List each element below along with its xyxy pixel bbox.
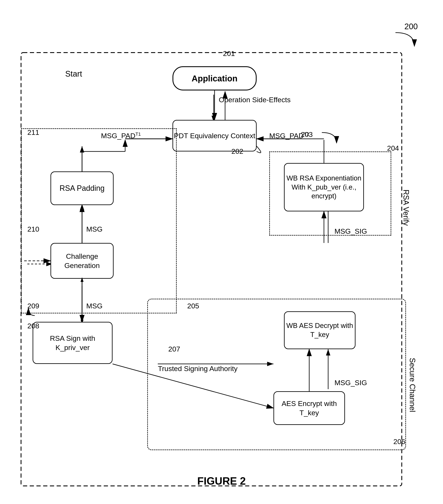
application-box: Application — [173, 66, 257, 90]
ref-201: 201 — [223, 49, 235, 58]
ref-208: 208 — [27, 322, 39, 330]
trusted-signing-label: Trusted Signing Authority — [156, 364, 240, 373]
msg-pad-t2-label: MSG_PADT2 — [269, 131, 309, 140]
rsa-sign-box: RSA Sign with K_priv_ver — [33, 322, 113, 364]
msg-label-1: MSG — [86, 225, 103, 233]
figure-caption: FIGURE 2 — [0, 475, 443, 487]
rsa-verify-box — [269, 151, 391, 235]
t1-sup: T1 — [136, 131, 141, 137]
ref-211: 211 — [27, 128, 39, 137]
diagram-container: Application PDT Equivalency Context RSA … — [0, 0, 443, 504]
msg-pad-t1-label: MSG_PADT1 — [101, 131, 141, 140]
msg-sig-label-1: MSG_SIG — [335, 227, 367, 235]
pdt-box: PDT Equivalency Context — [173, 120, 257, 151]
pdt-label: PDT Equivalency Context — [174, 131, 255, 140]
ref-207: 207 — [168, 345, 180, 353]
ref-204: 204 — [387, 144, 399, 152]
operation-side-effects-label: Operation Side-Effects — [219, 96, 290, 104]
t2-sup: T2 — [304, 131, 309, 137]
ref-205: 205 — [187, 302, 199, 310]
start-label: Start — [65, 70, 82, 78]
secure-channel-label: Secure Channel — [408, 358, 417, 412]
ref-206: 206 — [393, 437, 405, 446]
msg-sig-label-2: MSG_SIG — [335, 379, 367, 387]
ref-210: 210 — [27, 225, 39, 233]
application-label: Application — [192, 73, 237, 84]
ref-200: 200 — [405, 22, 418, 31]
ref-202: 202 — [231, 147, 243, 155]
rsa-sign-label: RSA Sign with K_priv_ver — [33, 334, 112, 352]
ref-209: 209 — [27, 302, 39, 310]
secure-channel-box — [147, 299, 406, 450]
rsa-verify-label: RSA Verify — [402, 190, 410, 226]
outer-dashed-left — [21, 128, 177, 313]
msg-label-2: MSG — [86, 302, 103, 310]
